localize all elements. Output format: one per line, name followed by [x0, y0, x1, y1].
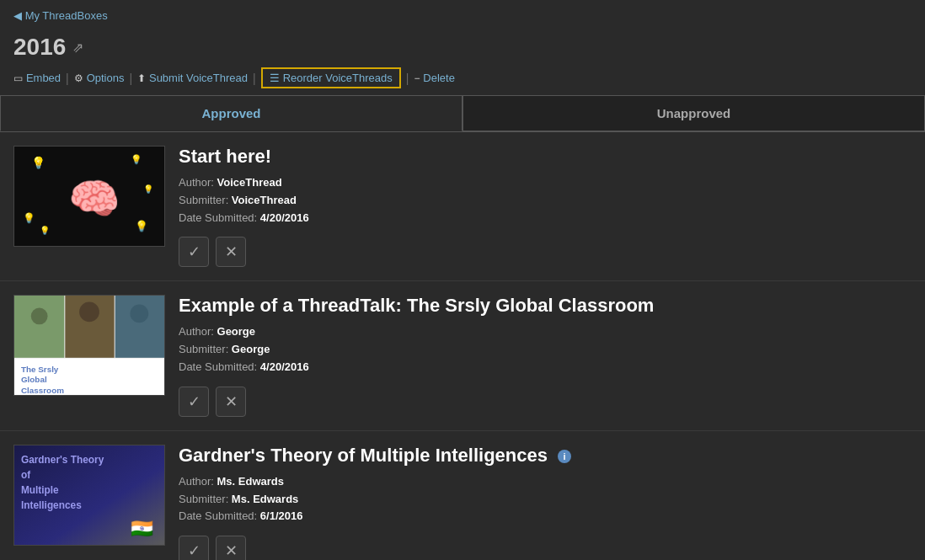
thread-date-2: 4/20/2016: [260, 360, 309, 373]
year-row: 2016 ⇗: [0, 27, 925, 64]
svg-text:The Srsly: The Srsly: [21, 365, 59, 374]
thread-item-3: Gardner's Theory of Multiple Intelligenc…: [0, 431, 925, 560]
thread-info-1: Start here! Author: VoiceThread Submitte…: [179, 146, 912, 267]
delete-icon: −: [414, 72, 420, 84]
svg-point-12: [31, 308, 48, 325]
svg-point-14: [130, 305, 148, 323]
approve-button-1[interactable]: ✓: [179, 237, 209, 267]
svg-text:of: of: [21, 469, 30, 481]
thread-date-3: 6/1/2016: [260, 509, 303, 522]
info-icon-3[interactable]: i: [558, 450, 571, 463]
remove-button-3[interactable]: ✕: [216, 536, 246, 560]
thread-meta-2: Author: George Submitter: George Date Su…: [179, 323, 912, 376]
svg-rect-9: [14, 296, 64, 358]
approve-icon-1: ✓: [188, 243, 201, 261]
svg-text:💡: 💡: [131, 153, 142, 165]
approve-button-3[interactable]: ✓: [179, 536, 209, 560]
svg-text:💡: 💡: [143, 184, 154, 195]
remove-icon-3: ✕: [225, 541, 238, 560]
remove-icon-2: ✕: [225, 392, 238, 411]
remove-icon-1: ✕: [225, 243, 238, 261]
svg-text:💡: 💡: [40, 226, 51, 237]
thread-item: 💡 💡 💡 💡 💡 💡 🧠 Start here! Author: VoiceT…: [0, 132, 925, 281]
tabs-row: Approved Unapproved: [0, 95, 925, 132]
options-button[interactable]: Options: [87, 72, 125, 84]
thread-meta-3: Author: Ms. Edwards Submitter: Ms. Edwar…: [179, 473, 912, 525]
thread-thumbnail-1[interactable]: 💡 💡 💡 💡 💡 💡 🧠: [13, 146, 165, 247]
thread-title-1[interactable]: Start here!: [179, 146, 912, 168]
delete-button[interactable]: Delete: [423, 72, 455, 84]
thread-actions-3: ✓ ✕: [179, 536, 912, 560]
sep-4: |: [406, 72, 409, 85]
thread-author-1: VoiceThread: [217, 176, 282, 189]
svg-text:🧠: 🧠: [68, 174, 120, 224]
top-nav: My ThreadBoxes: [0, 0, 925, 27]
back-link[interactable]: My ThreadBoxes: [13, 9, 108, 22]
thread-thumbnail-3[interactable]: Gardner's Theory of Multiple Intelligenc…: [13, 445, 165, 546]
sep-3: |: [253, 72, 256, 85]
svg-point-13: [79, 302, 99, 323]
approve-icon-2: ✓: [188, 392, 201, 411]
embed-icon: ▭: [13, 72, 23, 84]
thread-title-3[interactable]: Gardner's Theory of Multiple Intelligenc…: [179, 445, 912, 467]
thread-meta-1: Author: VoiceThread Submitter: VoiceThre…: [179, 174, 912, 227]
thread-thumbnail-2[interactable]: The Srsly Global Classroom: [13, 295, 165, 396]
thread-author-2: George: [217, 325, 256, 338]
tab-unapproved[interactable]: Unapproved: [462, 95, 925, 131]
thread-actions-2: ✓ ✕: [179, 387, 912, 417]
embed-button[interactable]: Embed: [26, 72, 61, 84]
toolbar: ▭ Embed | ⚙ Options | ⬆ Submit VoiceThre…: [0, 64, 925, 95]
thread-actions-1: ✓ ✕: [179, 237, 912, 267]
svg-text:Intelligences: Intelligences: [21, 499, 82, 511]
thread-title-2[interactable]: Example of a ThreadTalk: The Srsly Globa…: [179, 295, 912, 317]
svg-text:Multiple: Multiple: [21, 484, 59, 496]
svg-text:Classroom: Classroom: [21, 387, 64, 396]
sep-1: |: [66, 72, 69, 85]
approve-button-2[interactable]: ✓: [179, 387, 209, 417]
svg-text:Global: Global: [21, 376, 47, 385]
external-link-icon[interactable]: ⇗: [72, 40, 83, 56]
options-icon: ⚙: [74, 72, 83, 84]
svg-text:Gardner's Theory: Gardner's Theory: [21, 454, 104, 466]
submit-voicethread-button[interactable]: Submit VoiceThread: [149, 72, 248, 84]
thread-submitter-2: George: [232, 343, 270, 355]
svg-text:💡: 💡: [135, 220, 149, 233]
thread-author-3: Ms. Edwards: [217, 475, 284, 488]
page-title: 2016: [13, 34, 66, 61]
thread-list: 💡 💡 💡 💡 💡 💡 🧠 Start here! Author: VoiceT…: [0, 132, 925, 560]
tab-approved[interactable]: Approved: [0, 95, 462, 131]
svg-text:💡: 💡: [31, 156, 46, 170]
svg-text:🇮🇳: 🇮🇳: [131, 517, 154, 540]
thread-date-1: 4/20/2016: [260, 211, 309, 224]
submit-icon: ⬆: [137, 72, 146, 84]
thread-submitter-3: Ms. Edwards: [232, 493, 298, 505]
thread-info-2: Example of a ThreadTalk: The Srsly Globa…: [179, 295, 912, 416]
approve-icon-3: ✓: [188, 541, 201, 560]
reorder-voicethreads-button[interactable]: ☰ Reorder VoiceThreads: [261, 67, 401, 88]
thread-item-2: The Srsly Global Classroom Example of a …: [0, 281, 925, 430]
sep-2: |: [129, 72, 132, 85]
thread-info-3: Gardner's Theory of Multiple Intelligenc…: [179, 445, 912, 560]
remove-button-2[interactable]: ✕: [216, 387, 246, 417]
thread-submitter-1: VoiceThread: [232, 194, 297, 206]
reorder-icon: ☰: [270, 72, 280, 84]
remove-button-1[interactable]: ✕: [216, 237, 246, 267]
svg-text:💡: 💡: [23, 212, 35, 224]
